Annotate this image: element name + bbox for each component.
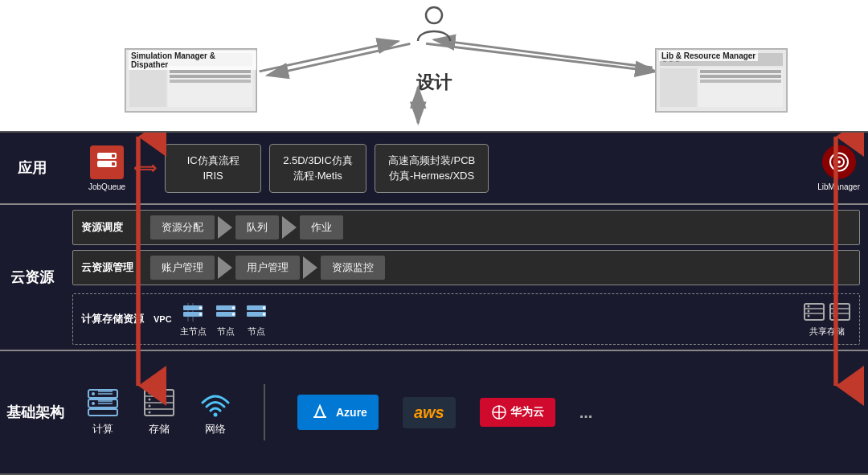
lib-icon-right: LibManager bbox=[817, 145, 860, 191]
svg-rect-33 bbox=[232, 313, 235, 316]
divider bbox=[264, 384, 265, 440]
svg-rect-21 bbox=[112, 154, 115, 158]
svg-point-63 bbox=[149, 392, 151, 395]
vpc-item: VPC bbox=[154, 314, 172, 324]
shared-storage-label: 共享存储 bbox=[809, 326, 845, 338]
resource-schedule-row: 资源调度 资源分配 队列 作业 bbox=[72, 210, 860, 245]
app-row-content: JobQueue ⟺ IC仿真流程 IRIS 2.5D/3DIC仿真 流程·Me… bbox=[64, 133, 868, 203]
storage-label: 存储 bbox=[149, 422, 170, 436]
server-icon-node1 bbox=[215, 301, 237, 323]
app-box-metis: 2.5D/3DIC仿真 流程·Metis bbox=[269, 144, 366, 193]
compute-infra-icon bbox=[87, 388, 119, 417]
cloud-row-label: 云资源 bbox=[0, 205, 64, 350]
svg-point-67 bbox=[214, 413, 218, 417]
network-infra-item: 网络 bbox=[199, 388, 231, 436]
server-icon-node2 bbox=[245, 301, 268, 323]
double-arrow: ⟺ bbox=[133, 158, 157, 178]
svg-rect-36 bbox=[263, 307, 265, 309]
cloud-mgmt-row: 云资源管理 账户管理 用户管理 资源监控 bbox=[72, 250, 860, 285]
svg-line-7 bbox=[434, 39, 653, 68]
svg-point-10 bbox=[426, 7, 442, 23]
resource-flow-items: 资源分配 队列 作业 bbox=[150, 215, 851, 240]
svg-rect-22 bbox=[112, 162, 115, 166]
sections-wrapper: 应用 JobQueue ⟺ bbox=[0, 133, 868, 475]
jobqueue-icon: JobQueue bbox=[88, 145, 125, 191]
foundation-row: 基础架构 计算 bbox=[0, 351, 868, 475]
huawei-icon bbox=[491, 404, 507, 420]
azure-badge: Azure bbox=[297, 395, 379, 430]
flow-box-3: 账户管理 bbox=[150, 256, 215, 280]
main-container: 设计 Simulation Manager & Disp bbox=[0, 0, 868, 475]
svg-rect-52 bbox=[88, 409, 117, 416]
flow-chevron-1 bbox=[282, 216, 297, 239]
svg-rect-37 bbox=[263, 313, 265, 316]
node1-label: 节点 bbox=[217, 326, 235, 338]
app-row-label: 应用 bbox=[0, 133, 64, 203]
storage-infra-icon bbox=[143, 388, 175, 417]
flow-chevron-2 bbox=[218, 256, 232, 279]
cloud-mgmt-flow-items: 账户管理 用户管理 资源监控 bbox=[150, 256, 851, 280]
app-box-hermes: 高速高频封装/PCB 仿真-Hermes/XDS bbox=[375, 144, 489, 193]
svg-rect-29 bbox=[199, 313, 202, 316]
huawei-label: 华为云 bbox=[510, 405, 544, 420]
huawei-badge: 华为云 bbox=[480, 398, 555, 427]
foundation-row-label: 基础架构 bbox=[0, 351, 71, 473]
flow-box-4: 用户管理 bbox=[235, 256, 300, 280]
master-node-item: 主节点 bbox=[180, 301, 207, 338]
svg-point-25 bbox=[837, 161, 841, 164]
node2-label: 节点 bbox=[248, 326, 265, 338]
azure-label: Azure bbox=[336, 406, 367, 419]
jobqueue-label: JobQueue bbox=[88, 182, 125, 191]
svg-line-6 bbox=[426, 43, 656, 72]
app-row: 应用 JobQueue ⟺ bbox=[0, 133, 868, 205]
svg-rect-32 bbox=[232, 307, 235, 309]
svg-point-42 bbox=[808, 310, 810, 313]
node2-item: 节点 bbox=[245, 301, 268, 338]
compute-storage-row: 计算存储资源 VPC 主节点 bbox=[72, 293, 860, 345]
cloud-row: 云资源 资源调度 资源分配 队列 作业 云资源管理 bbox=[0, 205, 868, 351]
network-label: 网络 bbox=[205, 422, 226, 436]
svg-point-43 bbox=[808, 315, 810, 317]
flow-box-1: 队列 bbox=[235, 215, 279, 240]
app-box-iris: IC仿真流程 IRIS bbox=[165, 144, 261, 193]
svg-point-47 bbox=[833, 305, 836, 308]
storage-icon-2 bbox=[829, 301, 851, 323]
more-badge: ... bbox=[579, 403, 593, 422]
svg-point-41 bbox=[808, 305, 810, 308]
storage-icon-1 bbox=[803, 301, 825, 323]
lib-manager-title: Lib & Resource Manager bbox=[659, 51, 758, 61]
flow-box-5: 资源监控 bbox=[321, 256, 385, 280]
flow-chevron-0 bbox=[218, 216, 232, 239]
svg-point-66 bbox=[149, 412, 151, 414]
person-icon-area bbox=[416, 4, 452, 44]
svg-point-65 bbox=[149, 405, 151, 407]
azure-icon bbox=[309, 401, 331, 424]
jobqueue-server-icon bbox=[90, 145, 124, 179]
cloud-mgmt-label: 云资源管理 bbox=[81, 260, 145, 275]
svg-point-64 bbox=[149, 399, 151, 401]
svg-point-54 bbox=[92, 402, 95, 405]
compute-infra-item: 计算 bbox=[87, 388, 119, 436]
shared-storage-item: 共享存储 bbox=[803, 301, 851, 338]
flow-box-2: 作业 bbox=[300, 215, 343, 240]
lib-manager-icon bbox=[822, 145, 856, 179]
flow-box-0: 资源分配 bbox=[150, 215, 215, 240]
compute-storage-label: 计算存储资源 bbox=[81, 312, 145, 326]
server-icon-master bbox=[182, 301, 204, 323]
sim-manager-title: Simulation Manager & Dispather bbox=[129, 51, 256, 70]
master-node-label: 主节点 bbox=[180, 326, 207, 338]
compute-label: 计算 bbox=[92, 422, 113, 436]
aws-label: aws bbox=[414, 403, 444, 421]
storage-infra-item: 存储 bbox=[143, 388, 175, 436]
svg-point-53 bbox=[92, 392, 95, 395]
svg-line-5 bbox=[260, 41, 399, 72]
svg-rect-28 bbox=[199, 307, 202, 309]
foundation-content: 计算 存储 bbox=[71, 351, 868, 473]
resource-schedule-label: 资源调度 bbox=[81, 220, 145, 235]
flow-chevron-3 bbox=[303, 256, 317, 279]
wifi-infra-icon bbox=[199, 388, 231, 417]
top-section: 设计 Simulation Manager & Disp bbox=[0, 0, 868, 133]
person-icon bbox=[416, 4, 452, 44]
node1-item: 节点 bbox=[215, 301, 237, 338]
lib-icon-label: LibManager bbox=[817, 182, 860, 191]
